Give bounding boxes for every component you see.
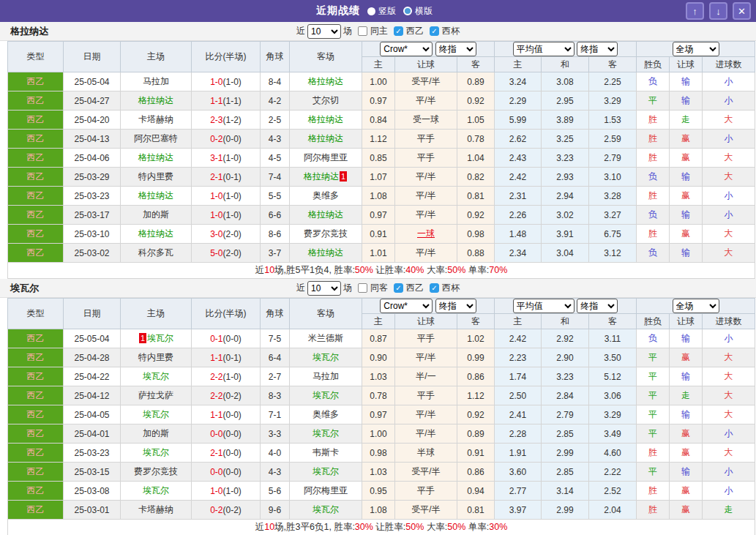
result-wdl-cell: 平 [637, 463, 670, 482]
avg-home-odds: 2.43 [495, 149, 542, 168]
summary-segment: 30% [489, 522, 507, 532]
sub-header-0-0: 主 [362, 314, 395, 329]
league-label: 西乙 [27, 352, 45, 362]
league-west2-checkbox[interactable]: ✓ [394, 283, 403, 293]
close-button[interactable]: ✕ [733, 2, 751, 20]
odds-group-header-1: 平均值 终指 [495, 299, 637, 314]
odds-source-select[interactable]: 全场 [673, 299, 719, 313]
sub-header-1-2: 客 [589, 314, 637, 329]
same-venue-checkbox[interactable] [358, 26, 367, 36]
avg-draw-odds: 2.85 [542, 463, 589, 482]
home-team-name: 特内里费 [138, 352, 173, 362]
handicap-home-odds: 1.08 [362, 501, 395, 520]
cup-checkbox[interactable]: ✓ [430, 26, 439, 36]
halftime-score: (0-0) [223, 448, 242, 458]
handicap-home-odds: 0.97 [362, 91, 395, 111]
result-handicap-cell: 输 [670, 329, 703, 348]
date-cell: 25-03-15 [64, 463, 121, 482]
handicap-away-odds: 0.86 [457, 463, 495, 482]
layout-radio-horizontal[interactable]: 横版 [403, 5, 433, 18]
home-team-name: 埃瓦尔 [143, 485, 169, 495]
home-team-cell: 埃瓦尔 [121, 444, 192, 463]
result-wdl-cell: 平 [637, 386, 670, 405]
halftime-score: (0-0) [223, 429, 242, 439]
home-team-cell: 格拉纳达 [121, 149, 192, 168]
summary-segment: 单率: [465, 522, 489, 532]
away-team-cell: 埃瓦尔 [290, 501, 362, 520]
avg-draw-odds: 3.23 [542, 149, 589, 168]
match-row: 西乙25-05-041埃瓦尔0-1(0-0)7-5米兰德斯0.87平手1.022… [8, 329, 755, 348]
match-row: 西乙25-04-12萨拉戈萨2-2(0-2)8-3埃瓦尔0.78平手1.122.… [8, 386, 755, 405]
date-cell: 25-04-13 [64, 130, 121, 149]
recent-count-select[interactable]: 10 [307, 281, 341, 296]
handicap-line: 受平/半 [395, 501, 457, 520]
handicap-home-odds: 1.00 [362, 424, 395, 444]
league-label: 西乙 [27, 466, 45, 476]
odds-source-select[interactable]: 终指 [577, 299, 618, 313]
sub-header-0-2: 客 [457, 57, 495, 72]
handicap-line-text: 受一球 [413, 114, 439, 124]
league-cell: 西乙 [8, 482, 64, 501]
halftime-score: (0-2) [223, 391, 242, 401]
odds-source-select[interactable]: Crow* [380, 299, 433, 313]
avg-draw-odds: 3.91 [542, 225, 589, 244]
avg-home-odds: 2.23 [495, 348, 542, 367]
away-team-name: 埃瓦尔 [312, 466, 339, 476]
home-team-name: 加的斯 [143, 209, 169, 220]
handicap-home-odds: 0.91 [362, 225, 395, 244]
result-wdl-cell: 负 [637, 244, 670, 263]
score-cell: 5-0(2-0) [192, 244, 261, 263]
result-handicap-cell: 赢 [670, 444, 703, 463]
avg-draw-odds: 3.89 [542, 111, 589, 130]
avg-draw-odds: 2.95 [542, 91, 589, 111]
odds-source-select[interactable]: 平均值 [513, 299, 575, 313]
col-header-2: 主场 [121, 42, 192, 72]
match-row: 西乙25-04-13阿尔巴塞特0-2(0-0)4-3格拉纳达1.12平手0.78… [8, 130, 755, 149]
handicap-line: 平手 [395, 329, 457, 348]
handicap-line: 半球 [395, 444, 457, 463]
halftime-score: (1-0) [223, 153, 242, 163]
move-up-button[interactable]: ↑ [686, 2, 704, 20]
league-label: 西乙 [27, 190, 45, 201]
match-row: 西乙25-03-23格拉纳达1-0(1-0)5-5奥维多1.08平/半0.812… [8, 187, 755, 206]
handicap-line-text: 平/半 [416, 247, 435, 258]
league-cell: 西乙 [8, 225, 64, 244]
odds-source-select[interactable]: 全场 [673, 42, 719, 56]
league-west2-checkbox[interactable]: ✓ [394, 26, 403, 36]
handicap-home-odds: 0.97 [362, 405, 395, 424]
result-overunder-cell: 小 [703, 463, 755, 482]
move-down-button[interactable]: ↓ [709, 2, 727, 20]
odds-source-select[interactable]: 终指 [435, 42, 476, 56]
handicap-home-odds: 1.12 [362, 130, 395, 149]
corner-cell: 4-0 [261, 444, 290, 463]
layout-radio-vertical[interactable]: 竖版 [367, 5, 396, 18]
same-venue-checkbox[interactable] [358, 283, 367, 293]
halftime-score: (1-2) [223, 115, 242, 125]
halftime-score: (0-1) [223, 353, 242, 363]
home-team-name: 萨拉戈萨 [138, 390, 173, 400]
fulltime-score: 1-0 [210, 486, 222, 496]
team-filter-bar: 格拉纳达近10场同主✓西乙✓西杯 [0, 22, 756, 41]
home-team-name: 加的斯 [143, 428, 169, 438]
avg-home-odds: 2.26 [495, 206, 542, 225]
recent-count-select[interactable]: 10 [307, 24, 341, 39]
odds-source-select[interactable]: 平均值 [513, 42, 575, 56]
fulltime-score: 0-2 [210, 134, 222, 144]
odds-source-select[interactable]: 终指 [435, 299, 476, 313]
avg-away-odds: 2.22 [589, 463, 637, 482]
result-overunder-cell: 大 [703, 168, 755, 187]
league-label: 西乙 [27, 504, 45, 515]
away-team-name: 格拉纳达 [308, 133, 343, 143]
away-team-name: 费罗尔竞技 [304, 228, 348, 239]
window-title: 近期战绩 [316, 4, 360, 18]
league-label: 西乙 [27, 133, 45, 143]
cup-checkbox[interactable]: ✓ [430, 283, 439, 293]
corner-cell: 4-3 [261, 130, 290, 149]
odds-source-select[interactable]: Crow* [380, 42, 433, 56]
result-overunder-cell: 大 [703, 405, 755, 424]
sub-header-1-2: 客 [589, 57, 637, 72]
handicap-away-odds: 0.81 [457, 501, 495, 520]
odds-source-select[interactable]: 终指 [577, 42, 618, 56]
score-cell: 0-0(0-0) [192, 424, 261, 444]
halftime-score: (1-1) [223, 96, 242, 106]
